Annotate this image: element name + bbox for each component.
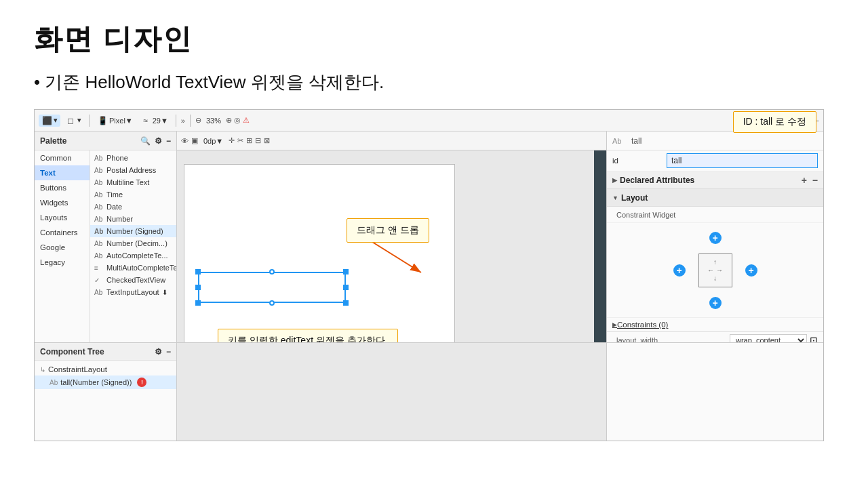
attr-id-input[interactable] [667,153,818,168]
ide-main: Palette 🔍 ⚙ − Common Text Buttons Widget… [35,131,823,342]
layout-label-group: ▼ Layout [612,193,648,203]
palette-item-time[interactable]: Ab Time [90,188,176,201]
attr-body: id ▶ Declared Attributes + − [607,150,823,342]
zoom-label: 33% [203,116,224,125]
ab-icon6: Ab [94,216,104,223]
handle-left-mid[interactable] [195,285,201,290]
snap-icon[interactable]: ✂ [237,136,243,145]
baseline-icon[interactable]: ⊠ [264,136,270,145]
handle-bottom-left[interactable] [195,300,201,306]
margin-icon[interactable]: ▣ [191,136,198,145]
constraint-widget-area: + + + + ↑ ← → ↓ [607,223,823,318]
layout-triangle-icon: ▼ [612,195,618,201]
palette-body: Common Text Buttons Widgets Layouts Cont… [35,150,176,342]
layout-section[interactable]: ▼ Layout [607,189,823,207]
palette-cat-legacy[interactable]: Legacy [35,255,90,270]
palette-item-phone[interactable]: Ab Phone [90,152,176,164]
cw-plus-bottom[interactable]: + [709,297,722,309]
declared-minus-icon[interactable]: − [812,175,818,186]
palette-item-postal-label: Postal Address [106,166,156,174]
layout-width-clip-icon: ⊡ [810,335,818,342]
layers-icon: ⬛ [41,115,52,126]
palette-item-number-signed[interactable]: Ab Number (Signed) [90,225,176,237]
ct-header-icons: ⚙ − [155,347,171,357]
palette-item-textinput[interactable]: Ab TextInputLayout ⬇ [90,286,176,298]
constraints-expandable-row[interactable]: ▶ Constraints (0) [607,318,823,332]
palette-cat-containers[interactable]: Containers [35,225,90,240]
blueprint-btn[interactable]: ◻ ▾ [62,115,84,127]
palette-item-autocomplete[interactable]: Ab AutoCompleteTe... [90,249,176,262]
design-view-btn[interactable]: ⬛ ▾ [39,115,60,127]
palette-cat-widgets[interactable]: Widgets [35,195,90,210]
bottom-canvas-ext [177,343,606,441]
minus-zoom-icon[interactable]: ⊖ [195,116,201,125]
handle-bottom-mid[interactable] [269,300,275,306]
ct-root-label: ConstraintLayout [48,365,107,373]
cw-arrows: ↑ ← → ↓ [707,258,723,283]
move-icon[interactable]: ✛ [229,136,235,145]
layout-section-label: Layout [621,193,648,203]
warning-icon: ⚠ [243,116,250,125]
constraints-triangle: ▶ [612,321,617,328]
page-container: 화면 디자인 • 기존 HelloWorld TextView 위젯을 삭제한다… [0,0,868,455]
canvas-edittext-widget[interactable] [198,272,346,303]
constraint-side-bar [594,131,606,342]
palette-item-multiauto-label: MultiAutoCompleteTextView [106,264,176,272]
palette-item-postal[interactable]: Ab Postal Address [90,164,176,176]
palette-search-icon[interactable]: 🔍 [140,136,151,146]
cw-plus-left[interactable]: + [673,264,686,277]
palette-cat-layouts[interactable]: Layouts [35,210,90,225]
ct-root-item[interactable]: ↳ ConstraintLayout [35,363,176,375]
palette-cat-google[interactable]: Google [35,240,90,255]
attr-ab-prefix: Ab [612,137,626,145]
attributes-panel: Ab tall ID : tall 로 수정 id ▶ Dec [606,131,823,342]
declared-attr-label-group: ▶ Declared Attributes [612,176,694,185]
handle-bottom-right[interactable] [343,300,349,306]
ct-body: ↳ ConstraintLayout Ab tall(Number (Signe… [35,361,176,392]
palette-item-multiauto[interactable]: ≡ MultiAutoCompleteTextView [90,262,176,274]
eye-icon[interactable]: 👁 [181,137,189,145]
drag-arrow-svg [367,239,448,293]
palette-gear-icon[interactable]: ⚙ [155,136,162,146]
ct-minus-icon[interactable]: − [166,347,171,357]
cw-container: + + + + ↑ ← → ↓ [675,233,756,308]
palette-item-number-decimal[interactable]: Ab Number (Decim...) [90,237,176,249]
plus-zoom-icon[interactable]: ⊕ [226,116,232,125]
palette-item-number-label: Number [106,215,133,223]
palette-item-checked[interactable]: ✓ CheckedTextView [90,274,176,286]
declared-plus-icon[interactable]: + [802,175,807,186]
palette-item-date[interactable]: Ab Date [90,201,176,213]
cw-plus-top[interactable]: + [709,232,722,244]
device-btn[interactable]: 📱 Pixel▼ [94,115,136,127]
declared-attributes-section[interactable]: ▶ Declared Attributes + − [607,171,823,189]
ide-container: ⬛ ▾ ◻ ▾ 📱 Pixel▼ ≈ 29▼ » [34,109,824,441]
cw-center-box: ↑ ← → ↓ [698,253,732,287]
palette-item-number-signed-label: Number (Signed) [106,227,163,235]
fit-icon[interactable]: ◎ [234,116,241,125]
handle-top-left[interactable] [195,269,201,274]
ab-icon: Ab [94,155,104,162]
ct-error-badge: ! [137,378,146,387]
handle-top-right[interactable] [343,269,349,274]
ab-icon8: Ab [94,240,104,247]
sep2 [176,115,176,127]
palette-cat-buttons[interactable]: Buttons [35,180,90,195]
ab-icon10: Ab [94,289,104,296]
palette-item-multiline[interactable]: Ab Multiline Text [90,176,176,188]
distribute-icon[interactable]: ⊟ [255,136,261,145]
layout-width-select[interactable]: wrap_content match_parent match_constrai… [730,334,807,342]
handle-right-mid[interactable] [343,285,349,290]
dp-btn[interactable]: 0dp▼ [201,136,226,146]
cw-plus-right[interactable]: + [745,264,757,277]
palette-cat-text[interactable]: Text [35,165,90,180]
align-icon[interactable]: ⊞ [246,136,252,145]
ct-gear-icon[interactable]: ⚙ [155,347,162,357]
palette-minus-icon[interactable]: − [166,136,171,146]
palette-item-number[interactable]: Ab Number [90,213,176,225]
palette-cat-common[interactable]: Common [35,150,90,165]
api-btn[interactable]: ≈ 29▼ [138,115,171,127]
handle-top-mid[interactable] [269,269,275,274]
canvas-toolbar2: 👁 ▣ 0dp▼ ✛ ✂ ⊞ ⊟ ⊠ [177,131,606,150]
ct-child-item[interactable]: Ab tall(Number (Signed)) ! [35,375,176,389]
palette-item-autocomplete-label: AutoCompleteTe... [106,251,168,260]
